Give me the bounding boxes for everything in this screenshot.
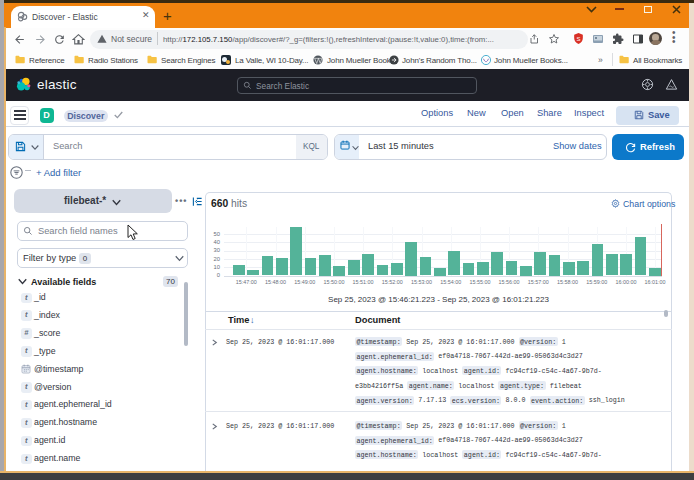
svg-text:S: S	[577, 36, 581, 42]
